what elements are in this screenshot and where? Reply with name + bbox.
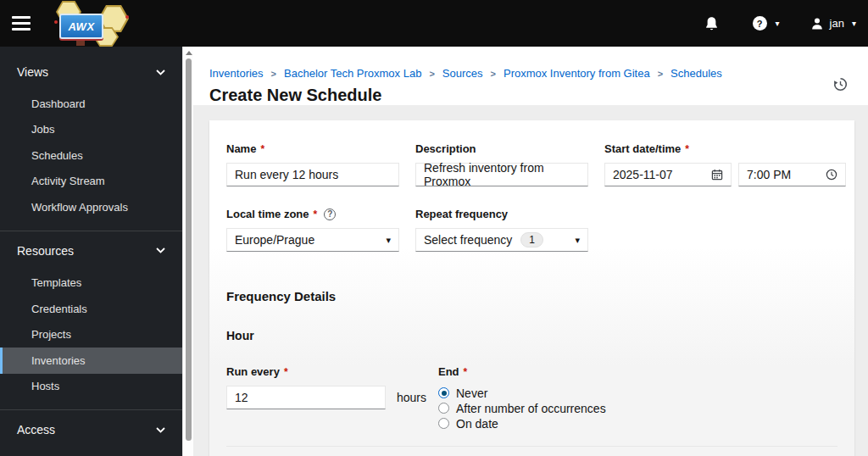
run-every-input[interactable]: 12 (226, 386, 386, 409)
breadcrumb-schedules[interactable]: Schedules (670, 67, 722, 80)
scrollbar-thumb[interactable] (186, 58, 192, 441)
breadcrumb-separator: > (658, 69, 663, 79)
awx-logo[interactable]: AWX (49, 0, 127, 47)
chevron-down-icon (156, 70, 165, 75)
sidebar-item-workflow-approvals[interactable]: Workflow Approvals (0, 194, 182, 220)
sidebar-item-templates[interactable]: Templates (0, 270, 182, 297)
bell-icon (704, 16, 719, 31)
brand-text: AWX (68, 20, 94, 33)
breadcrumb-separator: > (491, 69, 496, 79)
breadcrumb: Inventories > Bachelor Tech Proxmox Lab … (209, 67, 849, 80)
repeat-frequency-label: Repeat frequency (415, 208, 588, 220)
radio-unchecked-icon[interactable] (438, 418, 449, 429)
sidebar-item-schedules[interactable]: Schedules (0, 142, 182, 169)
timezone-label: Local time zone* ? (226, 208, 399, 220)
breadcrumb-sources[interactable]: Sources (442, 67, 483, 80)
start-datetime-label: Start date/time* (604, 142, 846, 155)
breadcrumb-inventories[interactable]: Inventories (209, 67, 264, 80)
breadcrumb-separator: > (429, 69, 434, 79)
masthead: AWX ? ▾ jan ▾ (0, 0, 868, 47)
sidebar-section-views[interactable]: Views (0, 47, 182, 91)
nav-toggle-icon[interactable] (12, 16, 31, 31)
frequency-details-title: Frequency Details (226, 289, 837, 303)
user-icon (810, 17, 824, 31)
caret-down-icon: ▾ (575, 235, 580, 246)
chevron-down-icon: ▾ (852, 19, 856, 28)
clock-icon (826, 169, 837, 181)
sidebar-item-jobs[interactable]: Jobs (0, 117, 182, 143)
user-menu-button[interactable]: jan ▾ (810, 17, 856, 31)
name-input[interactable]: Run every 12 hours (226, 163, 399, 186)
schedule-form-card: Name* Run every 12 hours Description Ref… (209, 120, 854, 456)
history-icon (833, 77, 848, 92)
user-name: jan (830, 17, 844, 30)
sidebar-item-activity-stream[interactable]: Activity Stream (0, 169, 182, 195)
section-divider (226, 446, 837, 447)
description-label: Description (415, 142, 588, 155)
page-title: Create New Schedule (209, 86, 849, 105)
timezone-select[interactable]: Europe/Prague ▾ (226, 228, 399, 252)
sidebar-item-hosts[interactable]: Hosts (0, 374, 182, 400)
end-option-after-occurrences[interactable]: After number of occurrences (438, 401, 606, 415)
radio-checked-icon[interactable] (438, 387, 449, 398)
sidebar-item-credentials[interactable]: Credentials (0, 296, 182, 322)
time-picker-button[interactable] (826, 169, 837, 181)
breadcrumb-inventory-name[interactable]: Bachelor Tech Proxmox Lab (284, 67, 421, 80)
chevron-down-icon: ▾ (776, 19, 780, 28)
end-label: End* (438, 365, 606, 378)
chevron-down-icon (156, 247, 165, 253)
frequency-count-badge: 1 (520, 232, 543, 247)
help-question-icon: ? (753, 16, 767, 31)
hour-subsection-title: Hour (226, 329, 837, 342)
timezone-help-icon[interactable]: ? (324, 209, 336, 220)
help-menu-button[interactable]: ? ▾ (753, 16, 780, 31)
calendar-picker-button[interactable] (711, 169, 723, 181)
breadcrumb-source-name[interactable]: Proxmox Inventory from Gitea (504, 67, 650, 80)
page-header: Inventories > Bachelor Tech Proxmox Lab … (193, 47, 868, 105)
scrollbar-up-arrow[interactable] (186, 51, 192, 55)
chevron-down-icon (156, 427, 165, 433)
name-label: Name* (226, 142, 399, 155)
description-input[interactable]: Refresh inventory from Proxmox (415, 163, 588, 186)
breadcrumb-separator: > (271, 69, 276, 79)
sidebar-item-dashboard[interactable]: Dashboard (0, 91, 182, 117)
content-area: Name* Run every 12 hours Description Ref… (193, 105, 868, 456)
run-every-unit: hours (397, 391, 426, 404)
notifications-bell-button[interactable] (704, 16, 719, 31)
sidebar-item-projects[interactable]: Projects (0, 322, 182, 348)
start-date-input[interactable]: 2025-11-07 (604, 163, 732, 186)
activity-history-button[interactable] (833, 77, 848, 92)
sidebar-nav: Views Dashboard Jobs Schedules Activity … (0, 47, 182, 456)
sidebar-item-inventories[interactable]: Inventories (0, 348, 182, 374)
awx-monitor-logo: AWX (59, 14, 103, 39)
end-option-never[interactable]: Never (438, 386, 606, 400)
repeat-frequency-select[interactable]: Select frequency 1 ▾ (415, 228, 588, 252)
radio-unchecked-icon[interactable] (438, 403, 449, 414)
end-option-on-date[interactable]: On date (438, 416, 606, 431)
vertical-scrollbar[interactable] (182, 47, 193, 456)
start-time-input[interactable]: 7:00 PM (738, 163, 846, 186)
calendar-icon (711, 169, 723, 181)
caret-down-icon: ▾ (386, 235, 391, 246)
sidebar-section-resources[interactable]: Resources (0, 231, 182, 270)
sidebar-section-access[interactable]: Access (0, 410, 182, 449)
